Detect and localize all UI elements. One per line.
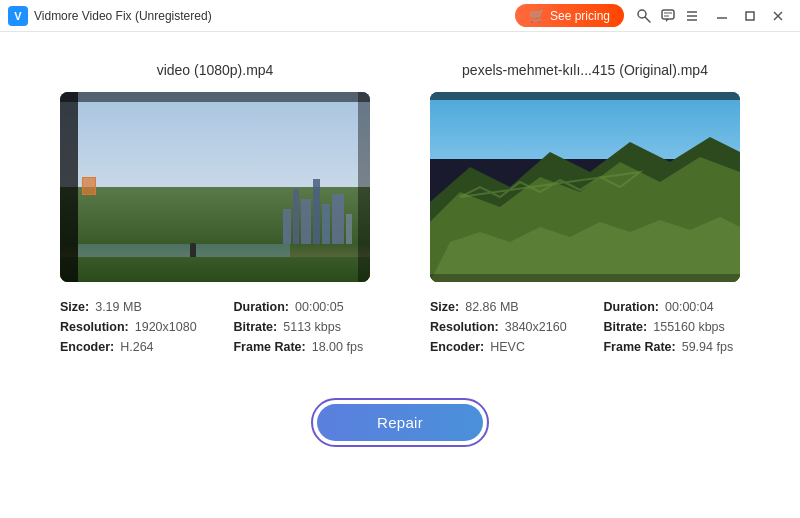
menu-icon-button[interactable] <box>680 4 704 28</box>
dark-bottom-right <box>430 274 740 282</box>
left-bitrate-label: Bitrate: <box>233 320 277 334</box>
left-video-title: video (1080p).mp4 <box>157 62 274 78</box>
right-resolution-label: Resolution: <box>430 320 499 334</box>
main-area: video (1080p).mp4 <box>0 32 800 447</box>
minimize-button[interactable] <box>708 0 736 32</box>
left-duration-row: Duration: 00:00:05 <box>233 300 370 314</box>
right-duration-label: Duration: <box>603 300 659 314</box>
dark-top-bar <box>60 92 370 102</box>
dark-right-bar <box>358 92 370 282</box>
window-controls <box>708 0 792 32</box>
foreground-grass <box>60 257 370 282</box>
left-framerate-label: Frame Rate: <box>233 340 305 354</box>
left-resolution-label: Resolution: <box>60 320 129 334</box>
left-size-label: Size: <box>60 300 89 314</box>
orange-highlight <box>82 177 96 195</box>
left-resolution-value: 1920x1080 <box>135 320 197 334</box>
person-figure <box>190 243 196 257</box>
chat-icon-button[interactable] <box>656 4 680 28</box>
repair-button[interactable]: Repair <box>317 404 483 441</box>
key-icon-button[interactable] <box>632 4 656 28</box>
svg-line-3 <box>645 17 650 22</box>
left-video-info: Size: 3.19 MB Duration: 00:00:05 Resolut… <box>60 300 370 354</box>
left-duration-value: 00:00:05 <box>295 300 344 314</box>
videos-section: video (1080p).mp4 <box>0 32 800 374</box>
right-video-thumbnail <box>430 92 740 282</box>
svg-rect-4 <box>662 10 674 19</box>
right-duration-row: Duration: 00:00:04 <box>603 300 740 314</box>
right-size-label: Size: <box>430 300 459 314</box>
svg-text:V: V <box>14 10 22 22</box>
right-bitrate-value: 155160 kbps <box>653 320 725 334</box>
left-encoder-value: H.264 <box>120 340 153 354</box>
right-framerate-value: 59.94 fps <box>682 340 733 354</box>
right-encoder-value: HEVC <box>490 340 525 354</box>
right-framerate-label: Frame Rate: <box>603 340 675 354</box>
right-encoder-row: Encoder: HEVC <box>430 340 573 354</box>
left-encoder-row: Encoder: H.264 <box>60 340 203 354</box>
right-video-info: Size: 82.86 MB Duration: 00:00:04 Resolu… <box>430 300 740 354</box>
right-bitrate-row: Bitrate: 155160 kbps <box>603 320 740 334</box>
left-duration-label: Duration: <box>233 300 289 314</box>
left-video-thumbnail <box>60 92 370 282</box>
right-encoder-label: Encoder: <box>430 340 484 354</box>
right-thumb-bg <box>430 92 740 282</box>
city-buildings <box>283 179 352 244</box>
left-resolution-row: Resolution: 1920x1080 <box>60 320 203 334</box>
pricing-button[interactable]: 🛒 See pricing <box>515 4 624 27</box>
right-video-panel: pexels-mehmet-kılı...415 (Original).mp4 <box>430 62 740 354</box>
repair-section: Repair <box>0 398 800 447</box>
app-title: Vidmore Video Fix (Unregistered) <box>34 9 515 23</box>
left-sky <box>60 92 370 187</box>
app-logo: V <box>8 6 28 26</box>
left-framerate-value: 18.00 fps <box>312 340 363 354</box>
right-resolution-row: Resolution: 3840x2160 <box>430 320 573 334</box>
right-size-value: 82.86 MB <box>465 300 519 314</box>
left-bitrate-row: Bitrate: 5113 kbps <box>233 320 370 334</box>
titlebar: V Vidmore Video Fix (Unregistered) 🛒 See… <box>0 0 800 32</box>
left-size-value: 3.19 MB <box>95 300 142 314</box>
maximize-button[interactable] <box>736 0 764 32</box>
right-size-row: Size: 82.86 MB <box>430 300 573 314</box>
repair-btn-wrapper: Repair <box>311 398 489 447</box>
close-button[interactable] <box>764 0 792 32</box>
dark-top-right <box>430 92 740 100</box>
right-video-title: pexels-mehmet-kılı...415 (Original).mp4 <box>462 62 708 78</box>
right-resolution-value: 3840x2160 <box>505 320 567 334</box>
right-bitrate-label: Bitrate: <box>603 320 647 334</box>
right-duration-value: 00:00:04 <box>665 300 714 314</box>
dark-left-bar <box>60 92 78 282</box>
left-size-row: Size: 3.19 MB <box>60 300 203 314</box>
left-encoder-label: Encoder: <box>60 340 114 354</box>
left-bitrate-value: 5113 kbps <box>283 320 341 334</box>
right-framerate-row: Frame Rate: 59.94 fps <box>603 340 740 354</box>
mountain-svg <box>430 92 740 282</box>
pricing-label: See pricing <box>550 9 610 23</box>
left-framerate-row: Frame Rate: 18.00 fps <box>233 340 370 354</box>
svg-rect-11 <box>746 12 754 20</box>
left-video-panel: video (1080p).mp4 <box>60 62 370 354</box>
cart-icon: 🛒 <box>529 8 545 23</box>
